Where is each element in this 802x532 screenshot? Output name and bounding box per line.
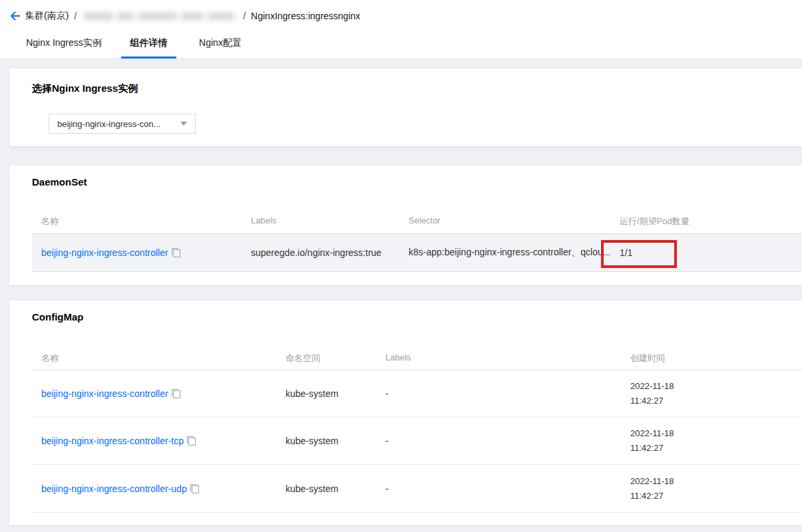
col-header-labels: Labels [251,215,276,225]
configmap-table-header: 名称 命名空间 Labels 创建时间 [32,348,802,370]
daemonset-title: DaemonSet [32,176,87,188]
table-row: beijing-nginx-ingress-controller kube-sy… [32,370,802,418]
configmap-card: ConfigMap 名称 命名空间 Labels 创建时间 beijing-ng… [9,301,802,525]
back-button[interactable] [9,11,21,21]
top-header: 集群(南京) / / NginxIngress:ingressnginx Ngi… [0,0,802,59]
copy-icon[interactable] [187,436,196,446]
col-header-name: 名称 [41,215,59,227]
nginx-ingress-detail-page: 集群(南京) / / NginxIngress:ingressnginx Ngi… [0,0,802,532]
tab-nginx-config[interactable]: Nginx配置 [197,35,244,59]
configmap-name-link[interactable]: beijing-nginx-ingress-controller-tcp [41,436,184,446]
redacted-cluster-id [82,9,238,23]
breadcrumb-cluster: 集群(南京) [25,10,69,22]
daemonset-table-header: 名称 Labels Selector 运行/期望Pod数量 [32,207,802,234]
configmap-labels-cell: - [385,483,389,494]
table-row: beijing-nginx-ingress-controller-tcp kub… [32,418,802,465]
configmap-name-link[interactable]: beijing-nginx-ingress-controller [41,388,168,399]
configmap-title: ConfigMap [32,311,83,323]
configmap-labels-cell: - [385,436,389,446]
chevron-down-icon [180,122,187,126]
col-header-created: 创建时间 [630,352,665,364]
daemonset-labels-cell: superegde.io/nginx-ingress:true [251,247,381,258]
configmap-name-link[interactable]: beijing-nginx-ingress-controller-udp [41,483,187,494]
col-header-labels: Labels [385,352,411,362]
instance-selector-card: 选择Nginx Ingress实例 beijing-nginx-ingress-… [9,68,802,146]
configmap-namespace-cell: kube-system [286,483,338,494]
configmap-labels-cell: - [385,388,389,399]
tab-bar: Nginx Ingress实例 组件详情 Nginx配置 [0,35,802,59]
col-header-namespace: 命名空间 [286,352,320,364]
copy-icon[interactable] [172,248,180,257]
col-header-selector: Selector [409,215,441,225]
configmap-namespace-cell: kube-system [286,436,338,446]
configmap-created-cell: 2022-11-1811:42:27 [630,474,674,503]
copy-icon[interactable] [172,389,180,398]
daemonset-card: DaemonSet 名称 Labels Selector 运行/期望Pod数量 … [9,166,802,285]
daemonset-selector-cell: k8s-app:beijing-nginx-ingress-controller… [409,247,610,259]
tab-component-details[interactable]: 组件详情 [121,35,176,59]
instance-selector-title: 选择Nginx Ingress实例 [32,82,138,95]
instance-select-dropdown[interactable]: beijing-nginx-ingress-con... [49,114,196,134]
configmap-created-cell: 2022-11-1811:42:27 [630,379,674,408]
tab-nginx-ingress-instances[interactable]: Nginx Ingress实例 [17,35,111,59]
configmap-name-cell: beijing-nginx-ingress-controller-udp [41,483,199,494]
breadcrumb: 集群(南京) / / NginxIngress:ingressnginx [9,9,360,23]
breadcrumb-separator: / [74,11,77,21]
instance-select-value: beijing-nginx-ingress-con... [57,119,175,129]
daemonset-name-link[interactable]: beijing-nginx-ingress-controller [41,247,168,258]
daemonset-name-cell: beijing-nginx-ingress-controller [41,247,180,258]
configmap-created-cell: 2022-11-1811:42:27 [630,426,674,456]
configmap-namespace-cell: kube-system [286,388,338,399]
back-arrow-icon [9,11,21,21]
table-row: beijing-nginx-ingress-controller supereg… [32,234,802,272]
col-header-name: 名称 [41,352,59,364]
breadcrumb-separator: / [243,11,246,21]
daemonset-pods-cell: 1/1 [620,247,632,258]
configmap-name-cell: beijing-nginx-ingress-controller-tcp [41,436,196,446]
copy-icon[interactable] [190,484,199,493]
col-header-pods: 运行/期望Pod数量 [620,215,690,227]
table-row: beijing-nginx-ingress-controller-udp kub… [32,465,802,513]
breadcrumb-current: NginxIngress:ingressnginx [251,11,360,21]
configmap-name-cell: beijing-nginx-ingress-controller [41,388,180,399]
